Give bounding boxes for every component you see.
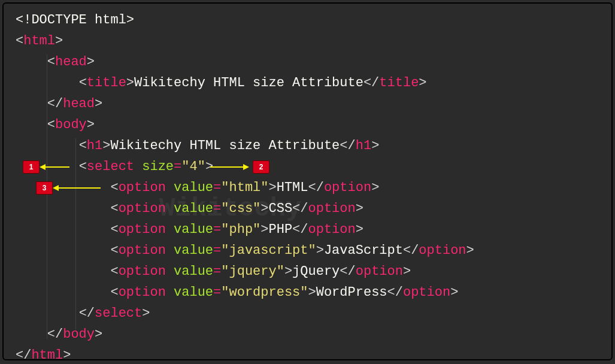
- code-line-select: <select size="4">: [16, 156, 599, 177]
- code-line: <h1>Wikitechy HTML size Attribute</h1>: [16, 135, 599, 156]
- arrow-left-icon: [53, 185, 59, 191]
- code-line: </body>: [16, 324, 599, 345]
- doctype: <!DOCTYPE html>: [16, 13, 134, 28]
- callout-badge-3: 3: [36, 181, 53, 195]
- callout-3: 3: [36, 181, 101, 195]
- code-line: <title>Wikitechy HTML size Attribute</ti…: [16, 72, 599, 93]
- code-line: <html>: [16, 31, 599, 51]
- code-line-option: <option value="javascript">JavaScript</o…: [16, 240, 599, 261]
- code-line-option: <option value="wordpress">WordPress</opt…: [16, 282, 599, 303]
- code-line: </head>: [16, 93, 599, 114]
- arrow-right-icon: [243, 164, 249, 170]
- code-line: </html>: [16, 345, 599, 364]
- code-line-option: <option value="php">PHP</option>: [16, 219, 599, 240]
- callout-1: 1: [23, 160, 69, 174]
- callout-badge-2: 2: [253, 160, 269, 174]
- code-line: <!DOCTYPE html>: [16, 10, 599, 31]
- code-line: <body>: [16, 114, 599, 135]
- code-line-option: <option value="html">HTML</option>: [16, 177, 599, 198]
- callout-2: 2: [210, 160, 269, 174]
- code-line: </select>: [16, 303, 599, 324]
- code-line: <head>: [16, 51, 599, 72]
- arrow-left-icon: [40, 164, 46, 170]
- indent-guide: [47, 54, 47, 339]
- code-editor: Wikitechy <!DOCTYPE html> <html> <head> …: [2, 2, 613, 360]
- arrow-shaft: [46, 166, 69, 168]
- code-line-option: <option value="jquery">jQuery</option>: [16, 261, 599, 282]
- indent-guide: [75, 138, 76, 330]
- callout-badge-1: 1: [23, 160, 40, 174]
- arrow-shaft: [210, 166, 243, 168]
- code-line-option: <option value="css">CSS</option>: [16, 198, 599, 219]
- arrow-shaft: [59, 187, 101, 189]
